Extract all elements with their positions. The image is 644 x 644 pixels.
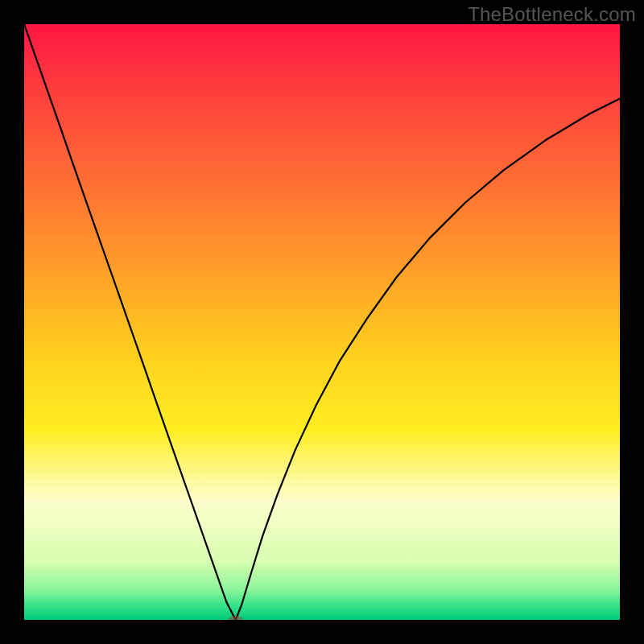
gradient-rect [24,24,620,620]
chart-frame: TheBottleneck.com [0,0,644,644]
watermark-label: TheBottleneck.com [468,3,636,26]
plot-area [24,24,620,620]
chart-svg [24,24,620,620]
